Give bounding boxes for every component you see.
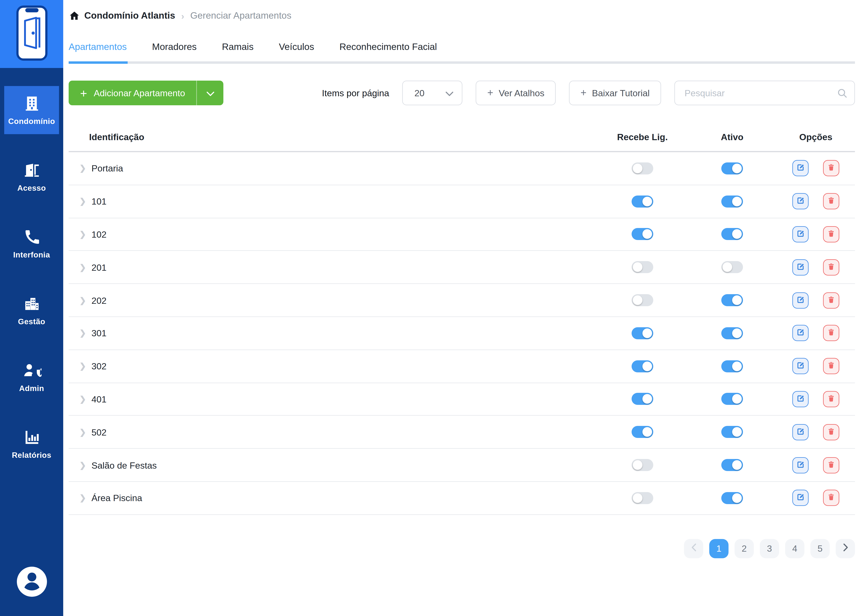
chevron-right-icon[interactable]: ❯ bbox=[79, 230, 86, 239]
breadcrumb-root[interactable]: Condomínio Atlantis bbox=[84, 10, 175, 21]
city-icon bbox=[22, 295, 42, 313]
edit-button[interactable] bbox=[792, 358, 809, 374]
edit-pencil-square-icon bbox=[796, 262, 805, 272]
chevron-right-icon[interactable]: ❯ bbox=[79, 328, 86, 338]
pagination-page-2[interactable]: 2 bbox=[735, 539, 754, 558]
ativo-toggle[interactable] bbox=[721, 327, 743, 339]
edit-button[interactable] bbox=[792, 292, 809, 308]
home-icon[interactable] bbox=[69, 10, 80, 22]
tab-moradores[interactable]: Moradores bbox=[152, 41, 197, 52]
delete-button[interactable] bbox=[823, 358, 839, 374]
delete-button[interactable] bbox=[823, 424, 839, 440]
delete-button[interactable] bbox=[823, 226, 839, 242]
apartment-label: 301 bbox=[91, 328, 107, 338]
recebe-lig-toggle[interactable] bbox=[632, 195, 653, 207]
pagination-prev-button[interactable] bbox=[684, 539, 703, 558]
pagination-page-1[interactable]: 1 bbox=[709, 539, 728, 558]
search-input[interactable] bbox=[674, 81, 855, 105]
tab-ramais[interactable]: Ramais bbox=[222, 41, 254, 52]
chevron-right-icon[interactable]: ❯ bbox=[79, 427, 86, 437]
edit-button[interactable] bbox=[792, 226, 809, 242]
download-tutorial-button[interactable]: + Baixar Tutorial bbox=[569, 81, 661, 105]
table-row: ❯ Salão de Festas bbox=[69, 449, 855, 482]
delete-button[interactable] bbox=[823, 325, 839, 341]
tab-apartamentos[interactable]: Apartamentos bbox=[69, 41, 127, 52]
delete-button[interactable] bbox=[823, 457, 839, 473]
user-avatar[interactable] bbox=[17, 567, 47, 597]
recebe-lig-toggle[interactable] bbox=[632, 426, 653, 438]
pagination-page-5[interactable]: 5 bbox=[810, 539, 830, 558]
ativo-toggle[interactable] bbox=[721, 228, 743, 240]
edit-button[interactable] bbox=[792, 457, 809, 473]
ativo-toggle[interactable] bbox=[721, 426, 743, 438]
recebe-lig-toggle[interactable] bbox=[632, 294, 653, 306]
recebe-lig-toggle[interactable] bbox=[632, 327, 653, 339]
chevron-right-icon[interactable]: ❯ bbox=[79, 164, 86, 173]
sidebar-item-interfonia[interactable]: Interfonia bbox=[4, 220, 59, 268]
sidebar-item-gestao[interactable]: Gestão bbox=[4, 286, 59, 335]
pagination-page-3[interactable]: 3 bbox=[760, 539, 779, 558]
view-shortcuts-label: Ver Atalhos bbox=[499, 88, 544, 98]
ativo-toggle[interactable] bbox=[721, 492, 743, 504]
delete-button[interactable] bbox=[823, 193, 839, 209]
tab-veiculos[interactable]: Veículos bbox=[279, 41, 314, 52]
items-per-page-select[interactable]: 20 bbox=[402, 81, 463, 105]
recebe-lig-toggle[interactable] bbox=[632, 360, 653, 372]
tab-reconhecimento-facial[interactable]: Reconhecimento Facial bbox=[339, 41, 437, 52]
edit-button[interactable] bbox=[792, 160, 809, 176]
edit-pencil-square-icon bbox=[796, 328, 805, 338]
apartment-label: 502 bbox=[91, 427, 107, 437]
edit-button[interactable] bbox=[792, 193, 809, 209]
building-icon bbox=[22, 94, 42, 113]
ativo-toggle[interactable] bbox=[721, 360, 743, 372]
app-root: CondomínioAcessoInterfoniaGestãoAdminRel… bbox=[0, 0, 867, 616]
user-icon bbox=[19, 567, 45, 596]
chevron-right-icon[interactable]: ❯ bbox=[79, 296, 86, 305]
items-per-page-label: Items por página bbox=[322, 88, 389, 98]
sidebar-item-acesso[interactable]: Acesso bbox=[4, 153, 59, 201]
delete-button[interactable] bbox=[823, 292, 839, 308]
app-logo[interactable] bbox=[0, 0, 63, 68]
recebe-lig-toggle[interactable] bbox=[632, 228, 653, 240]
ativo-toggle[interactable] bbox=[721, 195, 743, 207]
add-apartment-dropdown-toggle[interactable] bbox=[197, 81, 224, 105]
plus-icon: + bbox=[581, 88, 586, 98]
edit-button[interactable] bbox=[792, 424, 809, 440]
ativo-toggle[interactable] bbox=[721, 162, 743, 174]
recebe-lig-toggle[interactable] bbox=[632, 261, 653, 273]
plus-icon: + bbox=[487, 88, 493, 98]
pagination-next-button[interactable] bbox=[836, 539, 855, 558]
sidebar-item-admin[interactable]: Admin bbox=[4, 353, 59, 401]
recebe-lig-toggle[interactable] bbox=[632, 492, 653, 504]
sidebar-item-relatorios[interactable]: Relatórios bbox=[4, 420, 59, 468]
edit-button[interactable] bbox=[792, 391, 809, 407]
sidebar-item-condominio[interactable]: Condomínio bbox=[4, 86, 59, 134]
chevron-right-icon[interactable]: ❯ bbox=[79, 394, 86, 404]
edit-pencil-square-icon bbox=[796, 163, 805, 173]
apartment-label: Salão de Festas bbox=[91, 460, 157, 470]
edit-button[interactable] bbox=[792, 259, 809, 275]
chevron-right-icon[interactable]: ❯ bbox=[79, 460, 86, 470]
chevron-right-icon[interactable]: ❯ bbox=[79, 197, 86, 206]
add-apartment-button-main[interactable]: + Adicionar Apartamento bbox=[69, 81, 197, 105]
recebe-lig-toggle[interactable] bbox=[632, 393, 653, 405]
ativo-toggle[interactable] bbox=[721, 261, 743, 273]
ativo-toggle[interactable] bbox=[721, 294, 743, 306]
table-row: ❯ 502 bbox=[69, 416, 855, 449]
recebe-lig-toggle[interactable] bbox=[632, 162, 653, 174]
chevron-right-icon[interactable]: ❯ bbox=[79, 263, 86, 272]
chevron-right-icon[interactable]: ❯ bbox=[79, 362, 86, 371]
delete-button[interactable] bbox=[823, 259, 839, 275]
pagination-page-4[interactable]: 4 bbox=[785, 539, 804, 558]
ativo-toggle[interactable] bbox=[721, 459, 743, 471]
delete-button[interactable] bbox=[823, 490, 839, 506]
edit-button[interactable] bbox=[792, 490, 809, 506]
add-apartment-button[interactable]: + Adicionar Apartamento bbox=[69, 81, 224, 105]
view-shortcuts-button[interactable]: + Ver Atalhos bbox=[476, 81, 556, 105]
edit-button[interactable] bbox=[792, 325, 809, 341]
chevron-right-icon[interactable]: ❯ bbox=[79, 493, 86, 503]
recebe-lig-toggle[interactable] bbox=[632, 459, 653, 471]
delete-button[interactable] bbox=[823, 160, 839, 176]
ativo-toggle[interactable] bbox=[721, 393, 743, 405]
delete-button[interactable] bbox=[823, 391, 839, 407]
